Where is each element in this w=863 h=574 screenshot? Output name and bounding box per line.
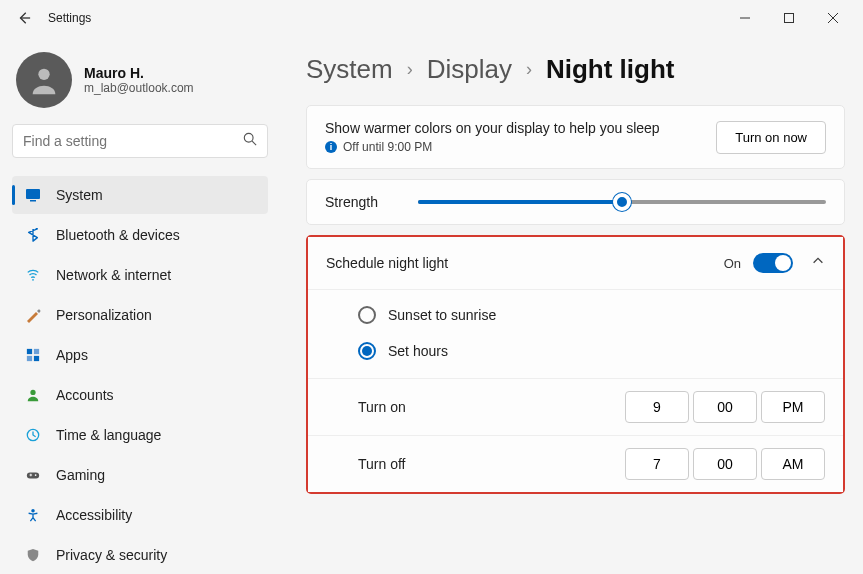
status-description: Show warmer colors on your display to he… [325,120,716,136]
sidebar-item-label: Privacy & security [56,547,167,563]
schedule-state: On [724,256,741,271]
apps-icon [24,346,42,364]
status-text: Off until 9:00 PM [343,140,432,154]
network-icon [24,266,42,284]
sidebar-item-label: System [56,187,103,203]
titlebar: Settings [0,0,863,36]
sidebar-item-label: Accounts [56,387,114,403]
svg-rect-16 [27,472,39,478]
sidebar-item-personalization[interactable]: Personalization [12,296,268,334]
slider-thumb[interactable] [613,193,631,211]
minimize-button[interactable] [723,2,767,34]
svg-line-6 [252,141,256,145]
turn-off-row: Turn off 7 00 AM [308,435,843,492]
sidebar-item-gaming[interactable]: Gaming [12,456,268,494]
svg-rect-13 [34,356,39,361]
turn-off-hour[interactable]: 7 [625,448,689,480]
main-panel: System › Display › Night light Show warm… [280,36,863,574]
turn-on-minute[interactable]: 00 [693,391,757,423]
collapse-button[interactable] [811,254,825,272]
svg-rect-7 [26,189,40,199]
svg-rect-12 [27,356,32,361]
sidebar: Mauro H. m_lab@outlook.com System Blueto… [0,36,280,574]
schedule-section: Schedule night light On Sunset to sunris… [306,235,845,494]
accessibility-icon [24,506,42,524]
radio-sethours-row[interactable]: Set hours [308,334,843,378]
breadcrumb: System › Display › Night light [306,54,845,85]
svg-rect-10 [27,349,32,354]
sidebar-item-apps[interactable]: Apps [12,336,268,374]
search-box[interactable] [12,124,268,158]
personalization-icon [24,306,42,324]
turn-off-minute[interactable]: 00 [693,448,757,480]
svg-rect-1 [785,14,794,23]
sidebar-item-accounts[interactable]: Accounts [12,376,268,414]
radio-sethours-label: Set hours [388,343,448,359]
breadcrumb-display[interactable]: Display [427,54,512,85]
window-title: Settings [48,11,91,25]
accounts-icon [24,386,42,404]
profile-block[interactable]: Mauro H. m_lab@outlook.com [12,46,268,124]
schedule-toggle[interactable] [753,253,793,273]
sidebar-item-accessibility[interactable]: Accessibility [12,496,268,534]
chevron-right-icon: › [407,59,413,80]
page-title: Night light [546,54,675,85]
turn-on-label: Turn on [358,399,498,415]
sidebar-item-network[interactable]: Network & internet [12,256,268,294]
sidebar-item-system[interactable]: System [12,176,268,214]
search-icon [243,132,257,150]
radio-sethours[interactable] [358,342,376,360]
back-button[interactable] [8,2,40,34]
turn-off-ampm[interactable]: AM [761,448,825,480]
strength-card: Strength [306,179,845,225]
turn-on-hour[interactable]: 9 [625,391,689,423]
turn-off-label: Turn off [358,456,498,472]
shield-icon [24,546,42,564]
sidebar-item-label: Apps [56,347,88,363]
svg-point-5 [244,133,253,142]
status-card: Show warmer colors on your display to he… [306,105,845,169]
svg-rect-8 [30,200,36,202]
breadcrumb-system[interactable]: System [306,54,393,85]
chevron-right-icon: › [526,59,532,80]
svg-point-4 [38,69,49,80]
profile-email: m_lab@outlook.com [84,81,194,95]
sidebar-item-label: Time & language [56,427,161,443]
bluetooth-icon [24,226,42,244]
avatar [16,52,72,108]
maximize-button[interactable] [767,2,811,34]
sidebar-item-label: Gaming [56,467,105,483]
schedule-label: Schedule night light [326,255,724,271]
turn-on-now-button[interactable]: Turn on now [716,121,826,154]
system-icon [24,186,42,204]
svg-point-9 [32,279,34,281]
sidebar-item-label: Network & internet [56,267,171,283]
svg-point-14 [30,390,35,395]
turn-on-row: Turn on 9 00 PM [308,378,843,435]
sidebar-item-bluetooth[interactable]: Bluetooth & devices [12,216,268,254]
radio-sunset-label: Sunset to sunrise [388,307,496,323]
svg-rect-11 [34,349,39,354]
sidebar-item-label: Personalization [56,307,152,323]
svg-point-18 [31,509,35,513]
profile-name: Mauro H. [84,65,194,81]
close-button[interactable] [811,2,855,34]
search-input[interactable] [23,133,243,149]
radio-sunset[interactable] [358,306,376,324]
strength-slider[interactable] [418,200,826,204]
turn-on-ampm[interactable]: PM [761,391,825,423]
gaming-icon [24,466,42,484]
schedule-header[interactable]: Schedule night light On [308,237,843,290]
info-icon: i [325,141,337,153]
strength-label: Strength [325,194,378,210]
radio-sunset-row[interactable]: Sunset to sunrise [308,290,843,334]
time-icon [24,426,42,444]
nav-list: System Bluetooth & devices Network & int… [12,176,268,574]
sidebar-item-time[interactable]: Time & language [12,416,268,454]
sidebar-item-label: Bluetooth & devices [56,227,180,243]
sidebar-item-label: Accessibility [56,507,132,523]
sidebar-item-privacy[interactable]: Privacy & security [12,536,268,574]
svg-point-17 [35,474,37,476]
